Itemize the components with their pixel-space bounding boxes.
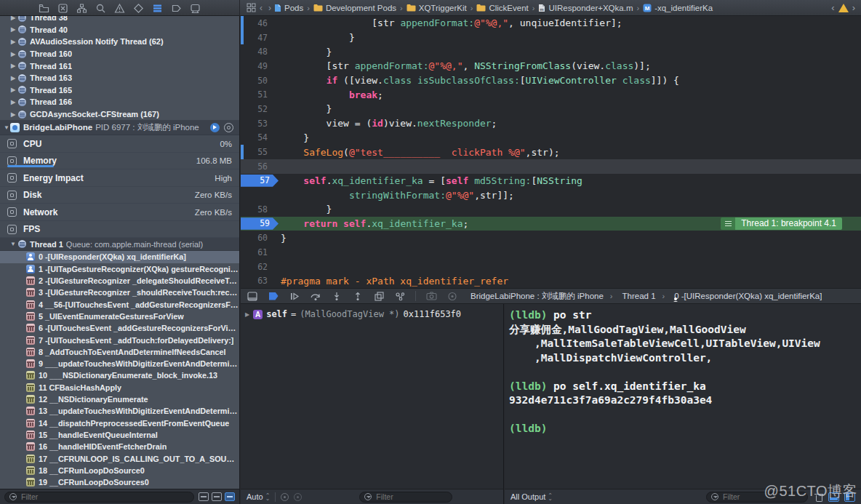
debug-breadcrumb-item[interactable]: 0 -[UIResponder(XQka) xq_identifierKa] (671, 292, 822, 300)
variables-view[interactable]: ▶ A self = (MallGoodTagView *) 0x111f653… (241, 304, 504, 489)
process-row[interactable]: ▼ BridgeLabiPhone PID 6977 : 刘域鹏的 iPhone (0, 120, 239, 135)
gauge-row-fps[interactable]: FPS (0, 221, 239, 239)
thread-row[interactable]: ▶Thread 161 (0, 60, 239, 72)
disclosure-icon[interactable]: ▶ (9, 99, 17, 105)
thread-row[interactable]: ▶Thread 40 (0, 24, 239, 36)
stack-frame-row[interactable]: 8 _AddTouchToEventAndDetermineIfNeedsCan… (0, 346, 239, 358)
code-line[interactable]: 63#pragma mark - xPath xq_identifier_ref… (241, 273, 861, 288)
stack-frame-row[interactable]: 2 -[UIGestureRecognizer _delegateShouldR… (0, 275, 239, 287)
stack-frame-row[interactable]: 16 __handleHIDEventFetcherDrain (0, 441, 239, 452)
code-line[interactable]: 50 if ([view.class isSubclassOfClass:[UI… (241, 73, 861, 88)
thread-row[interactable]: ▶AVAudioSession Notify Thread (62) (0, 36, 239, 48)
line-number-gutter[interactable] (241, 188, 274, 202)
line-number-gutter[interactable]: 59 (241, 217, 274, 231)
breadcrumb-item[interactable]: mUIResponder+XQka.m (538, 4, 633, 12)
code-line[interactable]: 52 } (241, 102, 861, 116)
code-line[interactable]: 60} (241, 231, 861, 245)
disclosure-icon[interactable]: ▼ (9, 241, 17, 247)
gauge-row-cpu[interactable]: CPU0% (0, 135, 239, 153)
code-line[interactable]: 53 view = (id)view.nextResponder; (241, 116, 861, 131)
disclosure-icon[interactable]: ▼ (3, 124, 10, 131)
variables-filter-input[interactable] (375, 492, 447, 502)
memory-graph-icon[interactable] (394, 291, 406, 301)
line-number-gutter[interactable]: 54 (241, 131, 274, 145)
line-number-gutter[interactable]: 62 (241, 260, 274, 274)
breakpoint-navigator-icon[interactable] (171, 3, 182, 14)
stack-depth-icon[interactable] (199, 492, 209, 501)
console[interactable]: (lldb) po str分享赚佣金,MallGoodTagView,MallG… (505, 304, 861, 489)
simulate-location-icon[interactable] (446, 291, 458, 301)
line-number-gutter[interactable]: 47 (241, 31, 274, 45)
symbol-navigator-icon[interactable] (76, 3, 87, 14)
location-icon[interactable] (210, 123, 220, 132)
line-number-gutter[interactable]: 57 (241, 174, 274, 188)
hide-debug-area-icon[interactable] (247, 291, 258, 301)
test-navigator-icon[interactable] (133, 3, 144, 14)
stack-frame-row[interactable]: 7 -[UITouchesEvent _addTouch:forDelayedD… (0, 334, 239, 345)
code-line[interactable]: 46 [str appendFormat:@"%@,", unqiueIdent… (241, 16, 861, 31)
line-number-gutter[interactable]: 60 (241, 231, 274, 245)
stack-frame-row[interactable]: 11 CFBasicHashApply (0, 382, 239, 393)
code-line[interactable]: 56 (241, 159, 861, 174)
breakpoint-icon[interactable]: 57 (241, 175, 279, 187)
stack-frame-row[interactable]: 9 ___updateTouchesWithDigitizerEventAndD… (0, 358, 239, 369)
console-scope-popup[interactable]: All Output ⌃⌄ (510, 492, 553, 501)
stack-frame-row[interactable]: 19 __CFRunLoopDoSources0 (0, 476, 239, 488)
thread-row[interactable]: ▶Thread 160 (0, 48, 239, 60)
breadcrumb-item[interactable]: ClickEvent (476, 4, 528, 12)
show-source-frames-icon[interactable] (212, 492, 222, 501)
related-items-icon[interactable] (246, 2, 257, 13)
next-issue-icon[interactable]: › (852, 2, 855, 13)
code-line[interactable]: 49 [str appendFormat:@"%@,", NSStringFro… (241, 59, 861, 73)
line-number-gutter[interactable]: 48 (241, 44, 274, 59)
navigator-filter-input[interactable] (20, 492, 189, 502)
code-line[interactable]: 48 } (241, 44, 861, 59)
breakpoint-icon[interactable]: 59 (241, 217, 279, 230)
thread-row[interactable]: ▶Thread 166 (0, 96, 239, 108)
line-number-gutter[interactable]: 46 (241, 16, 274, 31)
code-line[interactable]: 51 break; (241, 87, 861, 102)
stack-frame-row[interactable]: 3 -[UIGestureRecognizer _shouldReceiveTo… (0, 287, 239, 298)
thread-row[interactable]: ▶Thread 38 (0, 16, 239, 24)
line-number-gutter[interactable]: 56 (241, 159, 274, 174)
thread-row[interactable]: ▶Thread 163 (0, 72, 239, 84)
stack-frame-row[interactable]: 14 __dispatchPreprocessedEventFromEventQ… (0, 417, 239, 429)
breadcrumb-item[interactable]: Development Pods (313, 4, 396, 12)
breadcrumb-item[interactable]: Pods (274, 4, 303, 12)
back-icon[interactable]: ‹ (257, 3, 265, 13)
disclosure-icon[interactable]: ▶ (9, 75, 17, 81)
source-editor[interactable]: 46 [str appendFormat:@"%@,", unqiueIdent… (241, 16, 861, 288)
warning-icon[interactable] (838, 4, 849, 12)
disclosure-icon[interactable]: ▶ (9, 63, 17, 69)
variables-scope-popup[interactable]: Auto ⌃⌄ (247, 492, 270, 501)
line-number-gutter[interactable]: 49 (241, 59, 274, 73)
line-number-gutter[interactable]: 52 (241, 102, 274, 116)
disclosure-icon[interactable]: ▶ (9, 51, 17, 57)
step-over-icon[interactable] (310, 291, 321, 301)
gauge-row-energy-impact[interactable]: Energy ImpactHigh (0, 169, 239, 187)
debug-view-hierarchy-icon[interactable] (373, 291, 385, 301)
line-number-gutter[interactable]: 63 (241, 273, 274, 288)
line-number-gutter[interactable]: 58 (241, 202, 274, 217)
line-number-gutter[interactable]: 50 (241, 73, 274, 88)
code-line[interactable]: 47 } (241, 31, 861, 45)
report-navigator-icon[interactable] (190, 3, 201, 14)
stack-frame-row[interactable]: 17 __CFRUNLOOP_IS_CALLING_OUT_TO_A_SOURC… (0, 452, 239, 464)
disclosure-icon[interactable]: ▶ (9, 39, 17, 45)
find-navigator-icon[interactable] (95, 3, 106, 14)
code-line[interactable]: 57 self.xq_identifier_ka = [self md5Stri… (241, 174, 861, 188)
info-icon[interactable] (294, 493, 302, 501)
step-into-icon[interactable] (331, 291, 343, 301)
disclosure-icon[interactable]: ▶ (9, 26, 17, 33)
stack-frame-row[interactable]: 5 _UIEventEnumerateGesturesForView (0, 311, 239, 322)
gauge-row-memory[interactable]: Memory106.8 MB (0, 153, 239, 170)
breakpoint-hit-badge[interactable]: Thread 1: breakpoint 4.1 (721, 217, 842, 231)
breadcrumb-item[interactable]: XQTriggerKit (407, 4, 467, 12)
forward-icon[interactable]: › (265, 3, 274, 13)
disclosure-icon[interactable]: ▶ (9, 87, 17, 93)
debug-navigator-icon[interactable] (152, 3, 163, 14)
gauge-row-network[interactable]: NetworkZero KB/s (0, 204, 239, 221)
screenshot-icon[interactable] (425, 291, 437, 301)
variables-filter-field[interactable] (359, 492, 452, 503)
stack-frame-row[interactable]: 6 -[UITouchesEvent _addGestureRecognizer… (0, 322, 239, 334)
